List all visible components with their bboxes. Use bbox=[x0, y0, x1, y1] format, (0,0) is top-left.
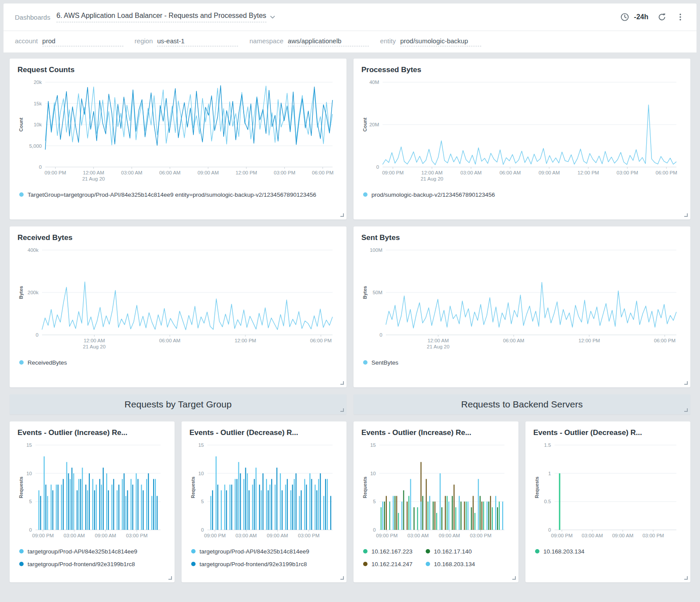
svg-text:09:00 PM: 09:00 PM bbox=[32, 533, 54, 538]
svg-text:06:00 PM: 06:00 PM bbox=[312, 170, 333, 175]
resize-handle[interactable] bbox=[340, 381, 344, 385]
legend-dot bbox=[19, 360, 24, 365]
svg-text:12:00 PM: 12:00 PM bbox=[234, 338, 256, 343]
breadcrumb[interactable]: Dashboards bbox=[15, 14, 50, 21]
svg-text:Requests: Requests bbox=[190, 477, 196, 498]
filter-namespace-value[interactable]: aws/applicationelb bbox=[288, 37, 369, 46]
resize-handle[interactable] bbox=[340, 576, 344, 580]
filter-region: region us-east-1 bbox=[135, 37, 238, 46]
legend-item[interactable]: TargetGroup=targetgroup/Prod-API/84e325b… bbox=[19, 191, 316, 200]
panel-events-decrease-backend: Events - Outlier (Decrease) R... 00.511.… bbox=[525, 421, 690, 582]
svg-text:400k: 400k bbox=[28, 247, 38, 253]
legend: targetgroup/Prod-API/84e325b14c814ee9tar… bbox=[18, 547, 167, 569]
panel-title: Processed Bytes bbox=[361, 66, 682, 74]
legend-item[interactable]: ReceivedBytes bbox=[19, 358, 67, 368]
legend-dot bbox=[19, 562, 24, 566]
legend-item[interactable]: 10.168.203.134 bbox=[535, 547, 584, 557]
filter-region-value[interactable]: us-east-1 bbox=[157, 37, 238, 46]
legend-dot bbox=[363, 549, 368, 553]
clock-icon[interactable] bbox=[620, 12, 630, 22]
panel-request-counts: Request Counts 05,00010k15k20kCount09:00… bbox=[10, 59, 346, 219]
svg-text:100M: 100M bbox=[370, 247, 382, 253]
section-requests-to-backend-servers: Requests to Backend Servers bbox=[354, 394, 690, 414]
legend-item[interactable]: SentBytes bbox=[363, 358, 399, 368]
legend-label: 10.162.167.223 bbox=[371, 547, 413, 557]
svg-text:0: 0 bbox=[29, 527, 32, 532]
legend-item[interactable]: targetgroup/Prod-API/84e325b14c814ee9 bbox=[191, 547, 309, 557]
svg-text:06:00 AM: 06:00 AM bbox=[503, 338, 525, 343]
svg-text:06:00 PM: 06:00 PM bbox=[654, 338, 676, 343]
legend-dot bbox=[363, 192, 368, 197]
legend-dot bbox=[191, 549, 196, 553]
refresh-icon[interactable] bbox=[657, 12, 667, 22]
legend-label: targetgroup/Prod-frontend/92e3199b1rc8 bbox=[200, 560, 307, 569]
dashboard-title-dropdown[interactable]: 6. AWS Application Load Balancer - Reque… bbox=[56, 12, 275, 22]
resize-handle[interactable] bbox=[512, 576, 516, 580]
svg-text:10: 10 bbox=[26, 471, 32, 476]
request-counts-chart[interactable]: 05,00010k15k20kCount09:00 PM12:00 AM21 A… bbox=[18, 77, 339, 186]
filter-entity-label: entity bbox=[380, 37, 396, 45]
svg-text:09:00 AM: 09:00 AM bbox=[267, 533, 288, 538]
resize-handle[interactable] bbox=[684, 408, 688, 412]
svg-text:12:00 PM: 12:00 PM bbox=[578, 170, 599, 175]
svg-text:03:00 PM: 03:00 PM bbox=[274, 170, 295, 175]
legend-item[interactable]: targetgroup/Prod-API/84e325b14c814ee9 bbox=[19, 547, 137, 557]
resize-handle[interactable] bbox=[168, 576, 172, 580]
resize-handle[interactable] bbox=[684, 576, 688, 580]
legend-item[interactable]: 10.162.17.140 bbox=[426, 547, 472, 557]
filter-namespace: namespace aws/applicationelb bbox=[249, 37, 369, 46]
svg-text:09:00 PM: 09:00 PM bbox=[376, 533, 398, 538]
legend-label: SentBytes bbox=[371, 358, 399, 368]
legend-item[interactable]: 10.162.214.247 bbox=[363, 560, 413, 569]
received-bytes-chart[interactable]: 0200k400kBytes12:00 AM21 Aug 2006:00 AM1… bbox=[18, 245, 339, 354]
svg-text:5: 5 bbox=[373, 499, 376, 504]
legend-label: prod/sumologic-backup-v2/123456789012345… bbox=[371, 191, 495, 200]
svg-text:Requests: Requests bbox=[362, 477, 368, 498]
svg-text:09:00 AM: 09:00 AM bbox=[197, 170, 219, 175]
filter-account-value[interactable]: prod bbox=[42, 37, 123, 46]
resize-handle[interactable] bbox=[684, 381, 688, 385]
legend-item[interactable]: targetgroup/Prod-frontend/92e3199b1rc8 bbox=[19, 560, 135, 569]
svg-text:12:00 AM: 12:00 AM bbox=[427, 338, 449, 343]
dashboard-grid: Request Counts 05,00010k15k20kCount09:00… bbox=[4, 52, 696, 591]
events-decrease-targetgroup-chart[interactable]: 051015Requests09:00 PM03:00 AM09:00 AM03… bbox=[189, 440, 339, 543]
legend-item[interactable]: 10.168.203.134 bbox=[426, 560, 475, 569]
legend-label: TargetGroup=targetgroup/Prod-API/84e325b… bbox=[28, 191, 316, 200]
svg-text:1.5: 1.5 bbox=[544, 442, 551, 448]
kebab-menu-icon[interactable] bbox=[676, 12, 685, 22]
panel-events-increase-targetgroup: Events - Outlier (Increase) Re... 051015… bbox=[10, 421, 175, 582]
legend: SentBytes bbox=[361, 358, 682, 368]
section-title: Requests to Backend Servers bbox=[461, 399, 583, 410]
svg-text:12:00 AM: 12:00 AM bbox=[84, 338, 105, 343]
resize-handle[interactable] bbox=[340, 408, 344, 412]
legend-item[interactable]: 10.162.167.223 bbox=[363, 547, 413, 557]
events-increase-targetgroup-chart[interactable]: 051015Requests09:00 PM03:00 AM09:00 AM03… bbox=[18, 440, 167, 543]
legend-dot bbox=[535, 549, 539, 553]
filter-entity-value[interactable]: prod/sumologic-backup bbox=[400, 37, 481, 46]
panel-title: Sent Bytes bbox=[361, 233, 682, 242]
svg-text:03:00 PM: 03:00 PM bbox=[642, 533, 664, 538]
svg-text:09:00 PM: 09:00 PM bbox=[45, 170, 66, 175]
svg-text:0: 0 bbox=[373, 527, 376, 532]
panel-events-increase-backend: Events - Outlier (Increase) Re... 051015… bbox=[354, 421, 518, 582]
legend-item[interactable]: targetgroup/Prod-frontend/92e3199b1rc8 bbox=[191, 560, 307, 569]
processed-bytes-chart[interactable]: 020M40MCount09:00 PM12:00 AM21 Aug 2003:… bbox=[361, 77, 682, 186]
svg-text:03:00 PM: 03:00 PM bbox=[616, 170, 638, 175]
svg-text:21 Aug 20: 21 Aug 20 bbox=[427, 344, 450, 349]
events-increase-backend-chart[interactable]: 051015Requests09:00 PM03:00 AM09:00 AM03… bbox=[361, 440, 511, 543]
resize-handle[interactable] bbox=[684, 213, 688, 217]
page-title: 6. AWS Application Load Balancer - Reque… bbox=[56, 12, 266, 22]
legend-item[interactable]: prod/sumologic-backup-v2/123456789012345… bbox=[363, 191, 495, 200]
legend: ReceivedBytes bbox=[18, 358, 339, 368]
svg-text:Count: Count bbox=[362, 118, 368, 132]
svg-text:50M: 50M bbox=[373, 290, 382, 295]
sent-bytes-chart[interactable]: 050M100MBytes12:00 AM21 Aug 2006:00 AM12… bbox=[361, 245, 682, 354]
time-range-label[interactable]: -24h bbox=[634, 13, 648, 21]
resize-handle[interactable] bbox=[340, 213, 344, 217]
svg-text:10: 10 bbox=[198, 471, 204, 476]
panel-sent-bytes: Sent Bytes 050M100MBytes12:00 AM21 Aug 2… bbox=[354, 226, 690, 387]
events-decrease-backend-chart[interactable]: 00.511.5Requests09:00 PM03:00 AM09:00 AM… bbox=[533, 440, 682, 543]
svg-text:12:00 AM: 12:00 AM bbox=[421, 170, 443, 175]
legend: 10.162.167.22310.162.17.14010.162.214.24… bbox=[361, 547, 511, 569]
svg-text:03:00 AM: 03:00 AM bbox=[582, 533, 603, 538]
